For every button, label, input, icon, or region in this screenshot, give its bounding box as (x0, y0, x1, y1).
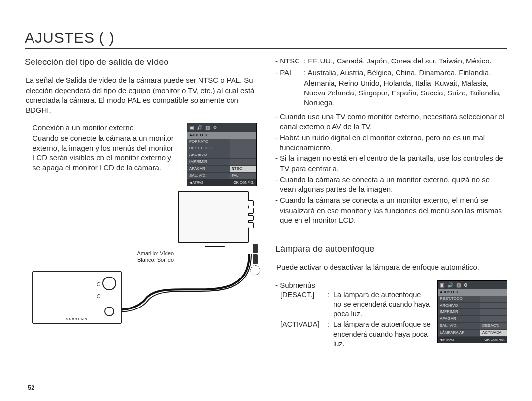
left-column: Selección del tipo de salida de vídeo La… (25, 56, 257, 350)
camera-brand: SAMSUNG (33, 317, 121, 321)
af-on-val: La lámpara de autoenfoque se encenderá c… (333, 320, 431, 349)
lcd-item: REST.TODO (438, 296, 480, 303)
af-submenus-label: - Submenús (275, 280, 431, 290)
display-icon: ▥ (456, 282, 461, 289)
lcd-foot-back: ATRÁS (443, 338, 455, 341)
lcd-item: FORMATO (187, 139, 230, 146)
lcd-item: IMPRIMIR (438, 309, 480, 316)
lcd-item: ARCHIVO (187, 152, 230, 159)
ntsc-val: : EE.UU., Canadá, Japón, Corea del sur, … (304, 56, 492, 66)
page-number: 52 (28, 384, 34, 391)
sound-icon: 🔊 (447, 282, 453, 289)
lcd-option-pal: PAL (230, 173, 256, 180)
lcd-item: SAL. VÍD. (438, 323, 480, 330)
lcd-header: AJUSTES (187, 132, 256, 139)
lcd-foot-back: ATRÁS (193, 181, 204, 184)
sound-icon: 🔊 (197, 124, 202, 131)
note-parts-hidden: Cuando la cámara se conecta a un monitor… (280, 175, 507, 195)
pal-def: - PAL : Australia, Austria, Bélgica, Chi… (275, 68, 507, 108)
pal-val: : Australia, Austria, Bélgica, China, Di… (304, 68, 507, 108)
external-monitor-desc: Cuando se conecte la cámara a un monitor… (33, 133, 180, 173)
manual-page: AJUSTES ( ) Selección del tipo de salida… (0, 0, 532, 401)
external-monitor-text: Conexión a un monitor externo Cuando se … (25, 123, 180, 173)
ntsc-def: - NTSC : EE.UU., Canadá, Japón, Corea de… (275, 56, 507, 66)
af-submenus-block: - Submenús [DESACT.] : La lámpara de aut… (275, 280, 507, 350)
af-lamp-intro: Puede activar o desactivar la lámpara de… (276, 262, 507, 272)
lcd-menu-video-output: ▣ 🔊 ▥ ⚙ AJUSTES FORMATO REST.TODO ARCHIV… (187, 123, 257, 186)
two-column-layout: Selección del tipo de salida de vídeo La… (25, 56, 507, 350)
lcd-item: IMPRIMIR (187, 159, 230, 166)
note-digital-noise: Habrá un ruido digital en el monitor ext… (280, 133, 507, 153)
video-output-intro: La señal de Salida de video de la cámara… (26, 75, 257, 115)
settings-icon: ⚙ (464, 282, 468, 289)
page-title: AJUSTES ( ) (25, 30, 507, 49)
note-menu-same: Cuando la cámara se conecta a un monitor… (280, 195, 507, 225)
lcd-header: AJUSTES (438, 289, 507, 296)
lcd-item: APAGAR (187, 166, 230, 173)
camera-back-icon: SAMSUNG (32, 271, 122, 324)
lcd-foot-config: CONFIG. (491, 338, 505, 341)
pal-key: - PAL (275, 68, 304, 108)
back-arrow-icon: ◀ (440, 338, 442, 341)
af-lamp-heading: Lámpara de autoenfoque (275, 243, 507, 257)
lcd-option-ntsc: NTSC (230, 166, 256, 173)
tv-monitor-icon (178, 191, 252, 247)
lcd-foot-ok: OK (233, 181, 239, 184)
display-icon: ▥ (205, 124, 210, 131)
settings-icon: ⚙ (213, 124, 217, 131)
lcd-menu-af-lamp: ▣ 🔊 ▥ ⚙ AJUSTES REST.TODO ARCHIVO IMPRIM… (437, 280, 507, 344)
right-column: - NTSC : EE.UU., Canadá, Japón, Corea de… (275, 56, 507, 350)
lcd-item: ARCHIVO (438, 303, 480, 309)
external-monitor-block: Conexión a un monitor externo Cuando se … (25, 123, 257, 186)
af-off-val: La lámpara de autoenfoque no se encender… (333, 290, 431, 319)
connection-diagram: Amarillo: Vídeo Blanco: Sonido SAMSUNG (28, 191, 257, 324)
camera-icon: ▣ (189, 124, 194, 131)
af-on-key: [ACTIVADA] (280, 320, 328, 349)
ntsc-key: - NTSC (275, 56, 304, 66)
back-arrow-icon: ◀ (189, 181, 192, 184)
video-output-heading: Selección del tipo de salida de vídeo (25, 56, 257, 70)
note-center-image: Si la imagen no está en el centro de la … (280, 154, 507, 174)
note-tv-channel: Cuando use una TV como monitor externo, … (280, 112, 507, 132)
lcd-item: LÁMPARA AF (438, 330, 480, 337)
lcd-foot-config: CONFIG. (240, 181, 254, 184)
external-monitor-label: Conexión a un monitor externo (33, 123, 180, 133)
lcd-option-on: ACTIVADA (480, 330, 507, 337)
lcd-item: SAL. VÍD. (187, 173, 230, 180)
lcd-foot-ok: OK (484, 338, 490, 341)
camera-icon: ▣ (440, 282, 444, 289)
lcd-option-off: DESACT. (480, 323, 507, 330)
af-off-key: [DESACT.] (280, 290, 328, 319)
lcd-item: REST.TODO (187, 145, 230, 152)
lcd-item: APAGAR (438, 316, 480, 323)
